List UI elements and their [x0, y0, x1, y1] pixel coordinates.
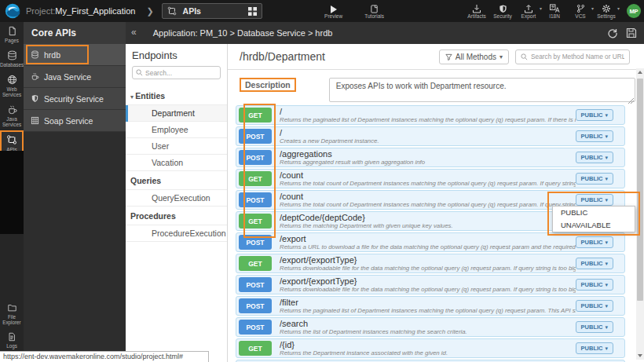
user-avatar[interactable]: MP	[627, 4, 641, 18]
core-api-item-label: hrdb	[44, 50, 60, 60]
export-button[interactable]: Export	[518, 3, 539, 19]
access-dropdown-button[interactable]: PUBLIC	[576, 194, 613, 206]
core-api-item-label: Java Service	[44, 72, 91, 82]
preview-button[interactable]: Preview	[324, 3, 344, 19]
endpoint-path: /deptCode/{deptCode}	[280, 213, 576, 222]
endpoints-section-entities[interactable]: Entities	[126, 86, 227, 105]
core-api-item-soap-service[interactable]: Soap Service	[24, 110, 126, 132]
vertical-scrollbar[interactable]	[636, 68, 644, 360]
api-endpoint-row: GET / Returns the paginated list of Depa…	[236, 105, 625, 125]
methods-filter-label: All Methods	[456, 53, 496, 61]
sidebar-item-web-services[interactable]: Web Services	[0, 71, 24, 101]
endpoint-description: Returns the list of Department instances…	[280, 328, 576, 335]
access-dropdown-button[interactable]: PUBLIC	[576, 258, 613, 269]
method-badge: POST	[239, 277, 272, 292]
endpoint-description: Returns aggregated result with given agg…	[280, 159, 576, 166]
sidebar-item-java-services[interactable]: Java Services	[0, 101, 24, 130]
endpoint-entity-item[interactable]: Vacation	[126, 155, 227, 171]
description-textarea[interactable]: Exposes APIs to work with Department res…	[329, 78, 635, 102]
description-row: Description Exposes APIs to work with De…	[228, 70, 644, 105]
scrollbar-thumb[interactable]	[637, 79, 643, 301]
coffee-icon	[31, 72, 39, 81]
sidebar-item-pages[interactable]: Pages	[0, 22, 24, 46]
endpoints-panel: Endpoints Entities Department Employee U…	[126, 44, 228, 362]
save-button[interactable]	[626, 27, 637, 38]
method-badge: GET	[239, 341, 272, 356]
entities-list: Department Employee User Vacation	[126, 105, 227, 171]
artifacts-icon	[472, 3, 481, 13]
endpoints-title: Endpoints	[126, 44, 227, 64]
method-badge: POST	[239, 192, 272, 207]
access-dropdown-button[interactable]: PUBLIC	[576, 300, 613, 312]
endpoints-section-queries[interactable]: Queries	[126, 171, 227, 190]
endpoint-description: Returns downloadable file for the data m…	[280, 286, 576, 293]
access-dropdown-button[interactable]: PUBLIC	[576, 321, 613, 333]
sidebar-item-logs[interactable]: Logs	[0, 328, 24, 352]
sidebar-item-databases[interactable]: Databases	[0, 46, 24, 71]
endpoint-query-item[interactable]: QueryExecution	[126, 190, 227, 207]
api-endpoint-row: POST /filter Returns the paginated list …	[236, 296, 625, 316]
core-api-item-java-service[interactable]: Java Service	[24, 66, 126, 88]
scroll-down-icon[interactable]	[636, 352, 644, 360]
endpoint-description: Creates a new Department instance.	[280, 137, 576, 144]
endpoint-description: Returns the total count of Department in…	[280, 180, 576, 187]
folder-icon	[7, 303, 17, 313]
access-option[interactable]: PUBLIC	[553, 207, 635, 219]
endpoints-section-procedures[interactable]: Procedures	[126, 207, 227, 225]
endpoint-procedure-item[interactable]: ProcedureExecution	[126, 225, 227, 242]
api-endpoint-row: POST / Creates a new Department instance…	[236, 126, 625, 146]
access-option[interactable]: UNAVAILABLE	[553, 219, 635, 232]
method-badge: POST	[239, 235, 272, 250]
access-dropdown-button[interactable]: PUBLIC	[576, 279, 613, 291]
logs-icon	[7, 332, 16, 342]
globe-icon	[7, 75, 17, 85]
access-dropdown-button[interactable]: PUBLIC	[576, 130, 613, 142]
active-tool-selector[interactable]: APIs	[162, 3, 262, 19]
api-endpoint-row: GET /export/{exportType} Returns downloa…	[236, 254, 625, 273]
description-label: Description	[240, 78, 296, 92]
endpoints-search-input[interactable]	[145, 69, 216, 77]
app-header: « Application: PM_10 > Database Service …	[126, 22, 644, 44]
coffee-icon	[7, 104, 17, 115]
queries-list: QueryExecution	[126, 190, 227, 207]
access-dropdown-button[interactable]: PUBLIC	[576, 173, 613, 185]
settings-button[interactable]: Settings	[596, 3, 617, 19]
play-icon	[331, 3, 337, 13]
endpoint-description: Returns the total count of Department in…	[280, 201, 576, 208]
sidebar-item-file-explorer[interactable]: File Explorer	[0, 299, 24, 328]
core-apis-panel: Core APIs hrdb Java Service Security Ser…	[24, 22, 126, 362]
collapse-panel-icon[interactable]: «	[126, 27, 142, 39]
i18n-button[interactable]: I18N	[544, 3, 565, 19]
endpoint-description: Returns the paginated list of Department…	[280, 116, 576, 123]
endpoint-path: /{id}	[280, 340, 576, 349]
access-dropdown-button[interactable]: PUBLIC	[576, 152, 613, 163]
endpoint-description: Returns downloadable file for the data m…	[280, 265, 576, 272]
artifacts-button[interactable]: Artifacts	[467, 3, 487, 19]
access-dropdown-button[interactable]: PUBLIC	[576, 109, 613, 121]
endpoints-search[interactable]	[132, 66, 221, 79]
endpoint-entity-item[interactable]: Employee	[126, 122, 227, 138]
core-api-item-security-service[interactable]: Security Service	[24, 88, 126, 110]
method-badge: POST	[239, 320, 272, 335]
grid-icon[interactable]	[248, 7, 257, 16]
methods-filter-dropdown[interactable]: All Methods	[439, 49, 509, 64]
security-button[interactable]: Security	[492, 3, 513, 19]
tutorials-icon	[370, 3, 379, 13]
search-icon	[521, 53, 528, 60]
project-name: Project:My_First_Application	[26, 6, 135, 16]
endpoint-entity-item[interactable]: User	[126, 138, 227, 155]
vcs-button[interactable]: VCS	[570, 3, 591, 19]
method-search[interactable]	[515, 49, 630, 64]
scroll-up-icon[interactable]	[636, 68, 644, 76]
tutorials-button[interactable]: Tutorials	[364, 3, 385, 19]
endpoint-path: /export	[280, 234, 576, 243]
endpoint-entity-item[interactable]: Department	[126, 105, 227, 122]
access-dropdown-button[interactable]: PUBLIC	[576, 342, 613, 354]
refresh-button[interactable]	[607, 27, 618, 38]
method-search-input[interactable]	[531, 53, 624, 60]
filter-icon	[445, 53, 452, 60]
access-dropdown-button[interactable]: PUBLIC	[576, 236, 613, 248]
main-content: /hrdb/Department All Methods Description…	[228, 44, 644, 362]
endpoint-description: Returns the matching Department with giv…	[280, 222, 576, 229]
core-api-item-hrdb[interactable]: hrdb	[24, 44, 126, 66]
